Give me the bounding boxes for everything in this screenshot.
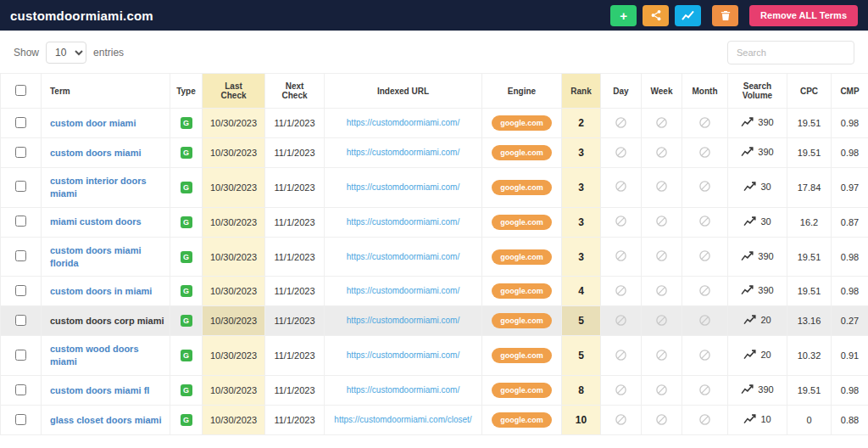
month-prohibited-icon [698, 116, 711, 129]
col-header-cmp[interactable]: CMP [832, 74, 868, 109]
table-row: custom doors in miami G 10/30/2023 11/1/… [1, 277, 868, 306]
row-checkbox[interactable] [15, 147, 26, 158]
select-all-checkbox[interactable] [15, 85, 26, 96]
col-header-engine[interactable]: Engine [482, 74, 562, 109]
day-cell [601, 406, 642, 435]
indexed-url-link[interactable]: https://customdoormiami.com/ [347, 350, 459, 360]
search-volume-value: 390 [758, 147, 773, 157]
week-cell [642, 138, 682, 168]
row-select-cell [1, 207, 42, 237]
indexed-url-link[interactable]: https://customdoormiami.com/ [347, 385, 459, 395]
day-prohibited-icon [615, 384, 627, 396]
col-header-month[interactable]: Month [682, 74, 728, 109]
col-header-term[interactable]: Term [42, 74, 170, 109]
term-link[interactable]: custom door miami [50, 118, 136, 128]
row-checkbox[interactable] [15, 315, 26, 326]
engine-cell: google.com [482, 277, 562, 306]
engine-badge: google.com [492, 412, 552, 428]
week-prohibited-icon [655, 215, 668, 227]
row-checkbox[interactable] [15, 414, 26, 425]
type-icon: G [181, 315, 192, 327]
type-icon: G [181, 147, 192, 159]
add-term-button[interactable]: + [610, 5, 637, 26]
col-header-last-check[interactable]: Last Check [203, 74, 265, 109]
col-header-search-volume[interactable]: Search Volume [728, 74, 787, 109]
search-volume-cell: 20 [728, 336, 787, 376]
col-header-next-check[interactable]: Next Check [265, 74, 325, 109]
term-link[interactable]: glass closet doors miami [50, 415, 161, 425]
term-link[interactable]: miami custom doors [50, 216, 142, 227]
col-header-cpc[interactable]: CPC [787, 74, 832, 109]
term-cell: custom doors in miami [42, 277, 170, 306]
term-link[interactable]: custom doors miami fl [50, 385, 149, 395]
term-link[interactable]: custom doors miami florida [50, 245, 142, 268]
month-prohibited-icon [698, 314, 711, 327]
cpc-cell: 19.51 [787, 277, 832, 306]
term-link[interactable]: custom wood doors miami [50, 344, 139, 367]
indexed-url-cell: https://customdoormiami.com/ [325, 207, 482, 237]
week-prohibited-icon [655, 314, 668, 327]
table-row: miami custom doors G 10/30/2023 11/1/202… [1, 207, 868, 237]
col-header-rank[interactable]: Rank [562, 74, 601, 109]
last-check-cell: 10/30/2023 [203, 277, 265, 306]
search-volume-cell: 10 [728, 406, 787, 435]
indexed-url-link[interactable]: https://customdoormiami.com/ [347, 286, 459, 295]
indexed-url-link[interactable]: https://customdoormiami.com/ [347, 182, 459, 192]
col-header-day[interactable]: Day [601, 74, 642, 109]
last-check-cell: 10/30/2023 [203, 109, 265, 138]
indexed-url-link[interactable]: https://customdoormiami.com/ [347, 252, 459, 261]
row-checkbox[interactable] [15, 285, 26, 296]
search-volume-cell: 30 [728, 168, 787, 208]
week-prohibited-icon [655, 116, 668, 129]
term-link[interactable]: custom doors miami [50, 148, 142, 158]
rank-cell: 8 [562, 376, 601, 406]
indexed-url-cell: https://customdoormiami.com/ [325, 109, 482, 138]
indexed-url-link[interactable]: https://customdoormiami.com/ [347, 316, 459, 325]
week-cell [642, 168, 682, 208]
search-input[interactable] [727, 41, 854, 64]
line-chart-icon [682, 10, 694, 21]
remove-all-terms-button[interactable]: Remove ALL Terms [749, 5, 858, 26]
delete-button[interactable] [712, 5, 738, 26]
term-link[interactable]: custom interior doors miami [50, 176, 147, 199]
month-prohibited-icon [698, 384, 711, 396]
next-check-cell: 11/1/2023 [265, 277, 325, 306]
month-prohibited-icon [698, 349, 711, 361]
col-header-type[interactable]: Type [170, 74, 203, 109]
row-checkbox[interactable] [15, 350, 26, 361]
row-checkbox[interactable] [15, 117, 26, 128]
type-icon: G [181, 350, 192, 361]
page-size-select[interactable]: 10 [46, 42, 86, 64]
indexed-url-link[interactable]: https://customdoormiami.com/ [347, 118, 459, 127]
row-checkbox[interactable] [15, 384, 26, 395]
cmp-cell: 0.91 [832, 336, 868, 376]
day-cell [601, 306, 642, 336]
indexed-url-link[interactable]: https://customdoormiami.com/closet/ [334, 415, 471, 424]
day-prohibited-icon [615, 349, 627, 361]
week-cell [642, 406, 682, 435]
term-link[interactable]: custom doors in miami [50, 286, 152, 296]
day-cell [601, 109, 642, 138]
row-checkbox[interactable] [15, 181, 26, 192]
share-button[interactable] [643, 5, 669, 26]
trend-chart-icon [741, 147, 754, 157]
row-checkbox[interactable] [15, 216, 26, 227]
indexed-url-link[interactable]: https://customdoormiami.com/ [347, 148, 459, 157]
col-header-week[interactable]: Week [642, 74, 682, 109]
row-checkbox[interactable] [15, 250, 26, 261]
col-header-indexed-url[interactable]: Indexed URL [325, 74, 482, 109]
type-cell: G [170, 207, 203, 237]
search-volume-cell: 30 [728, 207, 787, 237]
search-volume-value: 20 [760, 350, 771, 360]
next-check-cell: 11/1/2023 [265, 336, 325, 376]
engine-badge: google.com [492, 249, 552, 265]
day-cell [601, 336, 642, 376]
chart-button[interactable] [675, 5, 701, 26]
day-prohibited-icon [615, 249, 627, 262]
term-link[interactable]: custom doors corp miami [50, 316, 164, 326]
last-check-cell: 10/30/2023 [203, 207, 265, 237]
cmp-cell: 0.88 [832, 406, 868, 435]
search-volume-value: 10 [760, 414, 771, 424]
indexed-url-link[interactable]: https://customdoormiami.com/ [347, 217, 459, 227]
engine-badge: google.com [492, 348, 552, 363]
